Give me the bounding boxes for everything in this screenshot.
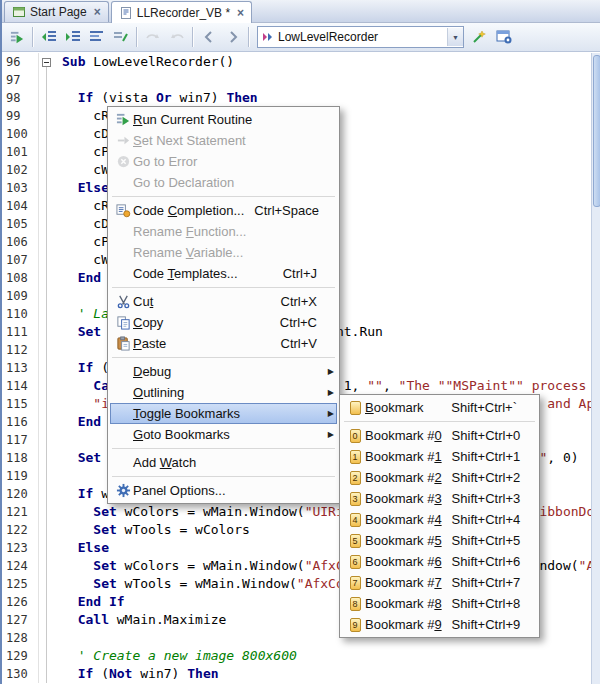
menu-item-label: Go to Error [133, 154, 307, 169]
format-indent-right-button[interactable] [61, 26, 85, 48]
code-segment: ( [93, 666, 109, 681]
menu-item-label: Bookmark #9 [365, 617, 442, 632]
menu-shortcut: Shift+Ctrl+` [451, 400, 525, 415]
fold-line [46, 287, 47, 305]
nav-forward-button[interactable] [221, 26, 245, 48]
fold-margin [38, 71, 55, 89]
code-segment [62, 594, 78, 609]
format-indent-left-button[interactable] [37, 26, 61, 48]
menu-item-bookmark-3[interactable]: 3Bookmark #3Shift+Ctrl+3 [342, 488, 537, 509]
vertical-scrollbar[interactable] [591, 53, 600, 684]
routine-combobox[interactable]: LowLevelRecorder▼ [257, 26, 464, 48]
bookmark-icon: 4 [350, 513, 361, 527]
code-segment [62, 324, 78, 339]
comment-lines-button[interactable] [109, 26, 133, 48]
line-number: 99 [2, 107, 38, 125]
set-next-icon [113, 133, 133, 148]
tab-close-icon[interactable]: × [94, 5, 101, 19]
menu-item-bookmark-8[interactable]: 8Bookmark #8Shift+Ctrl+8 [342, 593, 537, 614]
menu-item-copy[interactable]: CopyCtrl+C [110, 312, 337, 333]
line-number: 112 [2, 341, 38, 359]
menu-item-label: Bookmark #0 [365, 428, 442, 443]
editor-context-menu: Run Current RoutineSet Next StatementGo … [107, 106, 340, 504]
fold-line [46, 593, 47, 611]
menu-item-bookmark-5[interactable]: 5Bookmark #5Shift+Ctrl+5 [342, 530, 537, 551]
menu-shortcut: Ctrl+J [283, 266, 325, 281]
menu-item-code-templates[interactable]: Code Templates...Ctrl+J [110, 263, 337, 284]
toolbar-separator [192, 27, 194, 47]
editor-line: 130 If (Not win7) Then [2, 665, 591, 683]
fold-margin [38, 215, 55, 233]
fold-margin [38, 395, 55, 413]
scrollbar-thumb[interactable] [593, 55, 600, 207]
menu-item-code-completion[interactable]: Code Completion...Ctrl+Space [110, 200, 337, 221]
menu-item-rename-variable: Rename Variable... [110, 242, 337, 263]
fold-line [46, 341, 47, 359]
menu-item-label: Go to Declaration [133, 175, 307, 190]
fold-margin [38, 251, 55, 269]
menu-item-bookmark-2[interactable]: 2Bookmark #2Shift+Ctrl+2 [342, 467, 537, 488]
menu-item-run-current-routine[interactable]: Run Current Routine [110, 109, 337, 130]
menu-item-label: Set Next Statement [133, 133, 307, 148]
menu-item-label: Bookmark #3 [365, 491, 442, 506]
menu-item-bookmark-6[interactable]: 6Bookmark #6Shift+Ctrl+6 [342, 551, 537, 572]
menu-item-toggle-bookmarks[interactable]: Toggle Bookmarks▶ [110, 403, 337, 424]
code-segment: ' Create a new image 800x600 [62, 648, 297, 663]
menu-item-goto-bookmarks[interactable]: Goto Bookmarks▶ [110, 424, 337, 445]
menu-item-paste[interactable]: PasteCtrl+V [110, 333, 337, 354]
menu-item-debug[interactable]: Debug▶ [110, 361, 337, 382]
menu-item-bookmark-4[interactable]: 4Bookmark #4Shift+Ctrl+4 [342, 509, 537, 530]
menu-item-label: Bookmark #4 [365, 512, 442, 527]
line-number: 123 [2, 539, 38, 557]
format-lines-button[interactable] [85, 26, 109, 48]
syntax-check-button[interactable] [468, 26, 492, 48]
bookmark-icon: 8 [350, 597, 361, 611]
fold-collapse-icon[interactable] [42, 58, 51, 67]
code-text: If (Not win7) Then [55, 665, 219, 683]
code-text [55, 341, 62, 359]
line-number: 102 [2, 161, 38, 179]
bookmark-icon: 7 [350, 576, 361, 590]
menu-item-label: Paste [133, 336, 271, 351]
bookmark-icon: 3 [345, 492, 365, 506]
tab-close-icon[interactable]: × [237, 6, 244, 20]
fold-line [46, 125, 47, 143]
code-text: End If [55, 593, 125, 611]
menu-item-cut[interactable]: CutCtrl+X [110, 291, 337, 312]
bookmark-icon: 9 [350, 618, 361, 632]
fold-margin [38, 467, 55, 485]
nav-back-button[interactable] [197, 26, 221, 48]
code-segment [62, 450, 78, 465]
menu-shortcut: Ctrl+X [281, 294, 325, 309]
menu-item-outlining[interactable]: Outlining▶ [110, 382, 337, 403]
code-text [55, 287, 62, 305]
code-segment: "" [367, 378, 383, 393]
run-routine-button[interactable] [5, 26, 29, 48]
editor-line: 97 [2, 71, 591, 89]
bookmark-icon: 1 [345, 450, 365, 464]
menu-item-panel-options[interactable]: Panel Options... [110, 480, 337, 501]
tab-start-page[interactable]: Start Page× [4, 1, 109, 22]
fold-margin [38, 179, 55, 197]
editor-line: 129 ' Create a new image 800x600 [2, 647, 591, 665]
fold-margin [38, 233, 55, 251]
dropdown-arrow-icon[interactable]: ▼ [447, 28, 463, 46]
panel-options-button[interactable] [492, 26, 516, 48]
tab-llrecorder-vb[interactable]: LLRecorder_VB *× [111, 1, 252, 23]
menu-item-label: Code Completion... [133, 203, 244, 218]
fold-margin [38, 269, 55, 287]
menu-item-bookmark[interactable]: BookmarkShift+Ctrl+` [342, 397, 537, 418]
code-segment [62, 180, 78, 195]
fold-margin [38, 341, 55, 359]
line-number: 122 [2, 521, 38, 539]
menu-item-bookmark-1[interactable]: 1Bookmark #1Shift+Ctrl+1 [342, 446, 537, 467]
menu-item-bookmark-9[interactable]: 9Bookmark #9Shift+Ctrl+9 [342, 614, 537, 635]
menu-item-bookmark-7[interactable]: 7Bookmark #7Shift+Ctrl+7 [342, 572, 537, 593]
code-segment [62, 90, 78, 105]
code-segment: Set [78, 324, 101, 339]
code-segment: wMain.Maximize [109, 612, 226, 627]
menu-item-add-watch[interactable]: Add Watch [110, 452, 337, 473]
bookmark-icon [350, 401, 361, 415]
menu-item-bookmark-0[interactable]: 0Bookmark #0Shift+Ctrl+0 [342, 425, 537, 446]
tab-bar: Start Page×LLRecorder_VB *× [0, 0, 600, 23]
